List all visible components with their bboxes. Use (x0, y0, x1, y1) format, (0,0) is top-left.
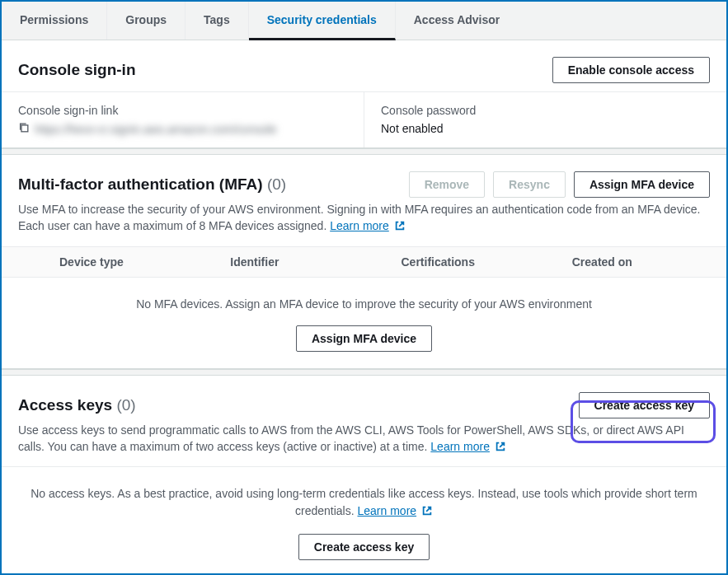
access-keys-empty-text: No access keys. As a best practice, avoi… (18, 485, 710, 521)
mfa-learn-more-link[interactable]: Learn more (330, 219, 389, 232)
assign-mfa-device-button-empty[interactable]: Assign MFA device (296, 325, 432, 352)
mfa-empty-text: No MFA devices. Assign an MFA device to … (18, 296, 710, 312)
tab-groups[interactable]: Groups (107, 2, 186, 40)
access-keys-empty-state: No access keys. As a best practice, avoi… (2, 466, 726, 575)
copy-icon[interactable] (18, 122, 30, 136)
col-created-on: Created on (556, 247, 726, 277)
col-device-type: Device type (43, 247, 214, 277)
console-signin-link-label: Console sign-in link (18, 104, 347, 117)
external-link-icon (394, 219, 406, 236)
access-keys-empty-learn-more-link[interactable]: Learn more (358, 504, 417, 517)
mfa-remove-button: Remove (409, 171, 485, 198)
create-access-key-button[interactable]: Create access key (579, 392, 710, 418)
tab-access-advisor[interactable]: Access Advisor (396, 2, 519, 40)
create-access-key-button-empty[interactable]: Create access key (298, 534, 430, 560)
tab-security-credentials[interactable]: Security credentials (249, 2, 396, 40)
mfa-table-header: Device type Identifier Certifications Cr… (2, 246, 726, 277)
mfa-description: Use MFA to increase the security of your… (2, 201, 726, 246)
mfa-empty-state: No MFA devices. Assign an MFA device to … (2, 277, 726, 368)
col-certifications: Certifications (385, 247, 556, 277)
console-signin-title: Console sign-in (18, 61, 136, 79)
col-identifier: Identifier (214, 247, 384, 277)
tab-tags[interactable]: Tags (186, 2, 249, 40)
svg-rect-0 (21, 125, 28, 132)
tabs-bar: Permissions Groups Tags Security credent… (2, 2, 726, 40)
mfa-title: Multi-factor authentication (MFA) (0) (18, 175, 286, 194)
access-keys-title: Access keys (0) (18, 396, 136, 414)
access-keys-description: Use access keys to send programmatic cal… (2, 422, 726, 467)
external-link-icon (495, 440, 506, 456)
console-password-label: Console password (381, 104, 710, 117)
assign-mfa-device-button[interactable]: Assign MFA device (574, 171, 710, 198)
enable-console-access-button[interactable]: Enable console access (552, 57, 710, 83)
console-password-value: Not enabled (381, 122, 710, 135)
mfa-resync-button: Resync (493, 171, 566, 198)
console-signin-panel: Console sign-in Enable console access Co… (2, 40, 726, 148)
mfa-panel: Multi-factor authentication (MFA) (0) Re… (2, 155, 726, 369)
access-keys-panel: Access keys (0) Create access key Use ac… (2, 376, 726, 575)
tab-permissions[interactable]: Permissions (2, 2, 107, 40)
access-keys-learn-more-link[interactable]: Learn more (430, 440, 490, 453)
console-signin-link-value: https://hevo-cr.signin.aws.amazon.com/co… (35, 123, 276, 136)
external-link-icon (421, 504, 433, 521)
